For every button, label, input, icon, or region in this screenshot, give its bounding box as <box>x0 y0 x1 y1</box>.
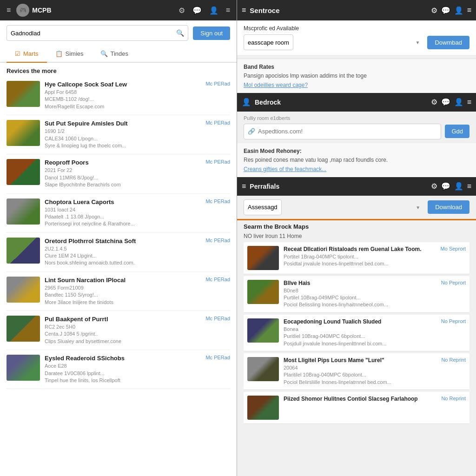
perrafials-more-icon[interactable]: ≡ <box>467 182 471 191</box>
band-rates-link[interactable]: Mol odeillies weard cage? <box>244 82 469 88</box>
right-gear-icon[interactable]: ⚙ <box>431 6 437 15</box>
map-badge: Mc PERad <box>205 316 230 321</box>
right-nav-bar: ≡ Sentroce ⚙ 💬 👤 ≡ <box>237 0 476 20</box>
tab-marts[interactable]: ☑ Marts <box>7 46 47 63</box>
perrafials-menu-icon[interactable]: ≡ <box>242 182 246 191</box>
right-map-item[interactable]: Piized Shomor Hulitnes Contiol Slacseg F… <box>244 392 469 424</box>
available-dropdown[interactable]: easscape room <box>244 34 293 50</box>
left-user-icon[interactable]: 👤 <box>207 4 220 17</box>
map-meta: 1690 1/2CALE34 1060 L/pogn...Syre & lino… <box>45 128 201 149</box>
tab-simies[interactable]: 📋 Simies <box>47 46 92 62</box>
perrafials-download-button[interactable]: Download <box>428 200 469 214</box>
tindes-icon: 🔍 <box>100 50 108 57</box>
easin-text: Res poined cones mane vatu loag ,map rac… <box>244 156 469 164</box>
band-rates-text: Pansign apocislos lmp wasion addims int … <box>244 72 469 80</box>
bedrock-body: Pulliy room e1dberts 🔗 Gdd <box>237 112 476 143</box>
map-item[interactable]: Hye Callcope Sock Soaf Lew Appl For 6458… <box>7 76 230 115</box>
perrafials-nav: ≡ Perrafials ⚙ 💬 👤 ≡ <box>237 177 476 196</box>
right-map-meta: BoneaPuritliel 10Brag-040MPC 6bpolont...… <box>284 326 436 347</box>
right-map-info: Bllve Hais B0ne8Purtilel 10Brag-049MPC l… <box>284 280 436 309</box>
left-search-input[interactable] <box>11 30 176 37</box>
map-info: Reoproff Poors 2021 For 22Danol 11MR6 8/… <box>45 159 201 188</box>
left-nav-bar: ≡ 🎮 MCPB ⚙ 💬 👤 ≡ <box>0 0 237 20</box>
download-button-top[interactable]: Dowmbad <box>427 36 469 49</box>
marts-icon: ☑ <box>15 50 20 57</box>
perrafials-dropdown[interactable]: Assessagd <box>244 199 282 215</box>
right-map-item[interactable]: Eocapedoning Lound Tualich Sluded BoneaP… <box>244 315 469 351</box>
right-map-badge: Mo Seprort <box>441 246 466 251</box>
perrafials-user-icon[interactable]: 👤 <box>454 182 463 191</box>
band-rates-section: Band Rates Pansign apocislos lmp wasion … <box>237 59 476 93</box>
bedrock-chat-icon[interactable]: 💬 <box>441 98 450 106</box>
left-chat-icon[interactable]: 💬 <box>191 4 204 17</box>
tab-tindes[interactable]: 🔍 Tindes <box>92 46 137 62</box>
bedrock-avatar-icon: 👤 <box>242 98 251 106</box>
right-menu-icon[interactable]: ≡ <box>242 6 246 14</box>
bedrock-nav: 👤 Bedrock ⚙ 💬 👤 ≡ <box>237 93 476 112</box>
map-item[interactable]: Sut Put Sepuire Amisles Dult 1690 1/2CAL… <box>7 115 230 154</box>
perrafials-chat-icon[interactable]: 💬 <box>441 182 450 191</box>
map-item[interactable]: Reoproff Poors 2021 For 22Danol 11MR6 8/… <box>7 154 230 193</box>
bedrock-gear-icon[interactable]: ⚙ <box>431 98 437 106</box>
search-icon: 🔍 <box>176 29 184 37</box>
map-meta: Aoce E28Daratee 1V0C806 lpplint...Tinpel… <box>45 363 201 384</box>
right-map-info: Piized Shomor Hulitnes Contiol Slacseg F… <box>284 396 436 403</box>
map-meta: 1031 loact 24Pdaatelt .1 13.08 J/pogn...… <box>45 206 201 228</box>
bedrock-more-icon[interactable]: ≡ <box>467 98 471 106</box>
right-map-thumbnail <box>247 246 279 270</box>
right-more-icon[interactable]: ≡ <box>467 6 471 14</box>
left-panel: ≡ 🎮 MCPB ⚙ 💬 👤 ≡ 🔍 Sign out ☑ Marts 📋 Si… <box>0 0 237 476</box>
left-menu-icon[interactable]: ≡ <box>5 4 13 16</box>
map-badge: Mc PERad <box>205 238 230 243</box>
left-app-title: MCPB <box>32 7 51 14</box>
right-map-title: Bllve Hais <box>284 280 436 286</box>
right-map-badge: No Peprort <box>441 280 466 285</box>
sign-out-button[interactable]: Sign out <box>193 26 230 40</box>
map-item[interactable]: Lint Sourn Narcation IPlocal 2965 Form21… <box>7 272 230 311</box>
right-map-item[interactable]: Most Lligitel Pips Lours Mame "Lurel" 20… <box>244 353 469 390</box>
map-title: Reoproff Poors <box>45 159 201 166</box>
tab-tindes-label: Tindes <box>111 50 129 57</box>
map-title: Lint Sourn Narcation IPlocal <box>45 277 201 284</box>
bedrock-user-icon[interactable]: 👤 <box>454 98 463 106</box>
right-map-meta: Portitel 1Brag-040MPC tipolont...Posidta… <box>284 253 436 268</box>
map-info: Choptora Luera Caports 1031 loact 24Pdaa… <box>45 198 201 228</box>
map-thumbnail <box>7 355 40 381</box>
left-more-icon[interactable]: ≡ <box>224 4 232 16</box>
perrafials-gear-icon[interactable]: ⚙ <box>431 182 437 191</box>
available-dropdown-row: easscape room Dowmbad <box>244 34 469 50</box>
map-thumbnail <box>7 277 40 303</box>
map-item[interactable]: Pul Baakpent of Purrtl RC2 2ec 5H0Centa.… <box>7 311 230 350</box>
available-label: Mscprofic ed Available <box>244 25 469 32</box>
map-meta: 2965 Form21009Bandtec 1150 S/yrog!...Mor… <box>45 284 201 306</box>
right-map-thumbnail <box>247 280 279 304</box>
map-item[interactable]: Oretord Plothrrol Statchina Soft 2U2.1.4… <box>7 233 230 272</box>
simies-icon: 📋 <box>55 50 63 57</box>
map-thumbnail <box>7 81 40 107</box>
map-item[interactable]: Eysled Readeroid SSichobs Aoce E28Darate… <box>7 350 230 389</box>
map-meta: Appl For 6458MCEMB-1102 /dog!...More/Rag… <box>45 89 201 110</box>
right-chat-icon[interactable]: 💬 <box>441 6 450 15</box>
map-info: Pul Baakpent of Purrtl RC2 2ec 5H0Centa.… <box>45 316 201 345</box>
left-gear-icon[interactable]: ⚙ <box>177 4 187 17</box>
map-info: Sut Put Sepuire Amisles Dult 1690 1/2CAL… <box>45 120 201 149</box>
map-title: Choptora Luera Caports <box>45 198 201 205</box>
right-user-icon[interactable]: 👤 <box>454 6 463 15</box>
right-map-title: Piized Shomor Hulitnes Contiol Slacseg F… <box>284 396 436 402</box>
bedrock-add-button[interactable]: Gdd <box>445 125 469 138</box>
map-thumbnail <box>7 198 40 225</box>
map-thumbnail <box>7 316 40 342</box>
map-info: Hye Callcope Sock Soaf Lew Appl For 6458… <box>45 81 201 110</box>
map-item[interactable]: Choptora Luera Caports 1031 loact 24Pdaa… <box>7 194 230 233</box>
right-map-thumbnail <box>247 396 279 420</box>
bedrock-url-input[interactable] <box>258 128 437 135</box>
right-map-list: Receat DIlcatiori Ristaloads rem Guenal … <box>237 242 476 476</box>
available-section: Mscprofic ed Available easscape room Dow… <box>237 20 476 55</box>
easin-link[interactable]: Creans gifties of the feachmack... <box>244 166 469 172</box>
right-app-title: Sentroce <box>250 7 427 14</box>
map-info: Eysled Readeroid SSichobs Aoce E28Darate… <box>45 355 201 384</box>
left-section-header: Revices the more <box>0 63 237 76</box>
right-map-item[interactable]: Receat DIlcatiori Ristaloads rem Guenal … <box>244 242 469 274</box>
bedrock-url-row: 🔗 Gdd <box>244 124 469 139</box>
right-map-item[interactable]: Bllve Hais B0ne8Purtilel 10Brag-049MPC l… <box>244 276 469 313</box>
